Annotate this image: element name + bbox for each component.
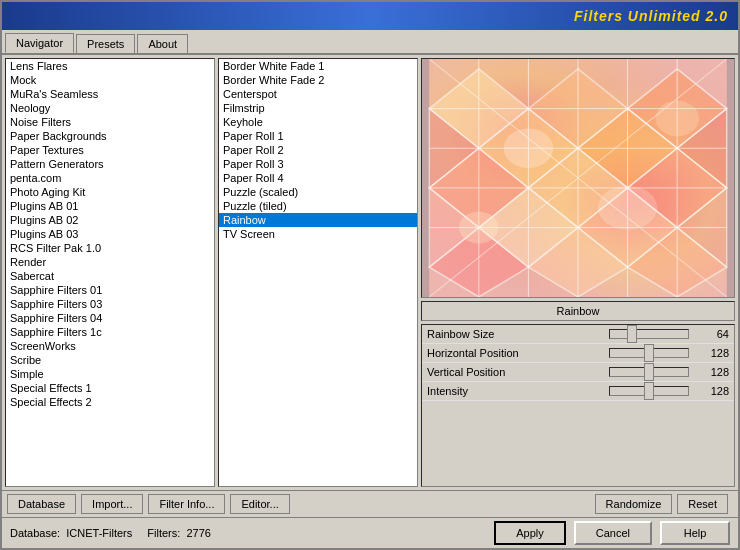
category-item[interactable]: Lens Flares (6, 59, 214, 73)
category-item[interactable]: Mock (6, 73, 214, 87)
param-value: 128 (694, 347, 729, 359)
filter-name-display: Rainbow (421, 301, 735, 321)
category-item[interactable]: Render (6, 255, 214, 269)
category-item[interactable]: Pattern Generators (6, 157, 214, 171)
category-item[interactable]: Sapphire Filters 03 (6, 297, 214, 311)
filter-item[interactable]: Centerspot (219, 87, 417, 101)
filter-item[interactable]: Filmstrip (219, 101, 417, 115)
main-window: Filters Unlimited 2.0 Navigator Presets … (0, 0, 740, 550)
category-item[interactable]: Sapphire Filters 1c (6, 325, 214, 339)
title-text: Filters Unlimited 2.0 (574, 8, 728, 24)
category-item[interactable]: ScreenWorks (6, 339, 214, 353)
param-value: 64 (694, 328, 729, 340)
filter-list: Border White Fade 1Border White Fade 2Ce… (219, 59, 417, 241)
svg-point-33 (598, 186, 658, 230)
filter-info-button[interactable]: Filter Info... (148, 494, 225, 514)
preview-image (421, 58, 735, 298)
filter-item[interactable]: Paper Roll 2 (219, 143, 417, 157)
param-slider[interactable] (609, 386, 689, 396)
filter-item[interactable]: Keyhole (219, 115, 417, 129)
svg-point-35 (655, 101, 699, 137)
param-row: Intensity128 (422, 382, 734, 401)
category-item[interactable]: Noise Filters (6, 115, 214, 129)
category-item[interactable]: Plugins AB 03 (6, 227, 214, 241)
tab-presets[interactable]: Presets (76, 34, 135, 53)
category-item[interactable]: MuRa's Seamless (6, 87, 214, 101)
category-item[interactable]: penta.com (6, 171, 214, 185)
filter-item[interactable]: Paper Roll 1 (219, 129, 417, 143)
filter-item[interactable]: Paper Roll 3 (219, 157, 417, 171)
svg-point-34 (459, 212, 499, 244)
title-bar: Filters Unlimited 2.0 (2, 2, 738, 30)
database-status: Database: ICNET-Filters (10, 527, 132, 539)
param-slider[interactable] (609, 367, 689, 377)
right-panel: Rainbow Rainbow Size64Horizontal Positio… (421, 58, 735, 487)
param-label: Vertical Position (427, 366, 604, 378)
filter-item[interactable]: Rainbow (219, 213, 417, 227)
param-row: Rainbow Size64 (422, 325, 734, 344)
category-item[interactable]: Plugins AB 02 (6, 213, 214, 227)
category-item[interactable]: Paper Backgrounds (6, 129, 214, 143)
svg-point-32 (504, 128, 554, 168)
filter-item[interactable]: TV Screen (219, 227, 417, 241)
category-item[interactable]: Sapphire Filters 01 (6, 283, 214, 297)
filter-item[interactable]: Paper Roll 4 (219, 171, 417, 185)
category-item[interactable]: Paper Textures (6, 143, 214, 157)
action-buttons: Apply Cancel Help (494, 521, 730, 545)
category-item[interactable]: Sapphire Filters 04 (6, 311, 214, 325)
filter-item[interactable]: Border White Fade 1 (219, 59, 417, 73)
editor-button[interactable]: Editor... (230, 494, 289, 514)
filter-item[interactable]: Puzzle (scaled) (219, 185, 417, 199)
param-label: Rainbow Size (427, 328, 604, 340)
reset-button[interactable]: Reset (677, 494, 728, 514)
filter-item[interactable]: Border White Fade 2 (219, 73, 417, 87)
tab-navigator[interactable]: Navigator (5, 33, 74, 53)
preview-svg (422, 59, 734, 297)
filters-status: Filters: 2776 (147, 527, 211, 539)
category-item[interactable]: Photo Aging Kit (6, 185, 214, 199)
database-button[interactable]: Database (7, 494, 76, 514)
middle-panel[interactable]: Border White Fade 1Border White Fade 2Ce… (218, 58, 418, 487)
category-list: Lens FlaresMockMuRa's SeamlessNeologyNoi… (6, 59, 214, 409)
category-item[interactable]: RCS Filter Pak 1.0 (6, 241, 214, 255)
category-item[interactable]: Simple (6, 367, 214, 381)
category-item[interactable]: Plugins AB 01 (6, 199, 214, 213)
bottom-toolbar: Database Import... Filter Info... Editor… (2, 490, 738, 517)
apply-button[interactable]: Apply (494, 521, 566, 545)
param-value: 128 (694, 366, 729, 378)
params-area: Rainbow Size64Horizontal Position128Vert… (421, 324, 735, 487)
randomize-button[interactable]: Randomize (595, 494, 673, 514)
category-item[interactable]: Neology (6, 101, 214, 115)
cancel-button[interactable]: Cancel (574, 521, 652, 545)
filter-item[interactable]: Puzzle (tiled) (219, 199, 417, 213)
param-slider[interactable] (609, 348, 689, 358)
category-item[interactable]: Sabercat (6, 269, 214, 283)
category-item[interactable]: Special Effects 1 (6, 381, 214, 395)
param-value: 128 (694, 385, 729, 397)
param-label: Horizontal Position (427, 347, 604, 359)
import-button[interactable]: Import... (81, 494, 143, 514)
status-bar: Database: ICNET-Filters Filters: 2776 (10, 527, 211, 539)
category-item[interactable]: Scribe (6, 353, 214, 367)
param-slider[interactable] (609, 329, 689, 339)
bottom-area: Database: ICNET-Filters Filters: 2776 Ap… (2, 517, 738, 548)
category-item[interactable]: Special Effects 2 (6, 395, 214, 409)
left-panel[interactable]: Lens FlaresMockMuRa's SeamlessNeologyNoi… (5, 58, 215, 487)
param-label: Intensity (427, 385, 604, 397)
tab-bar: Navigator Presets About (2, 30, 738, 55)
param-row: Vertical Position128 (422, 363, 734, 382)
tab-about[interactable]: About (137, 34, 188, 53)
help-button[interactable]: Help (660, 521, 730, 545)
param-row: Horizontal Position128 (422, 344, 734, 363)
content-area: Lens FlaresMockMuRa's SeamlessNeologyNoi… (2, 55, 738, 490)
